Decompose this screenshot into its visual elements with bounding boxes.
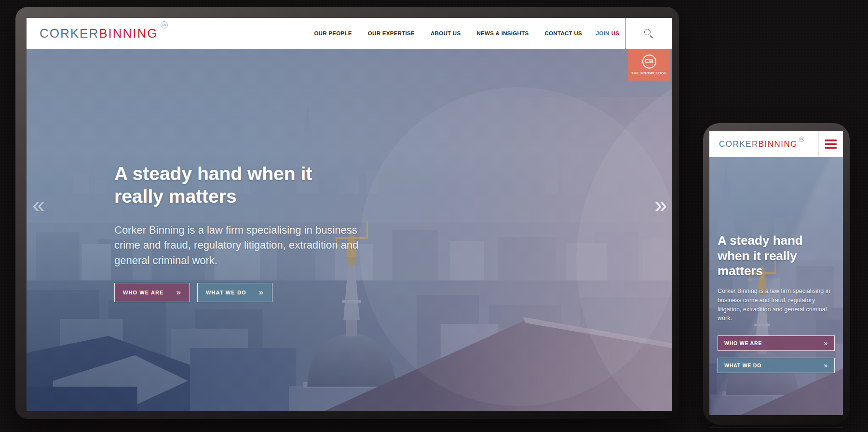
knowledge-badge-label: THE KNOWLEDGE xyxy=(631,71,667,75)
brand-name-secondary: BINNING xyxy=(759,139,798,149)
what-we-do-button[interactable]: WHAT WE DO » xyxy=(197,283,272,302)
brand-logo[interactable]: CORKERBINNING CB xyxy=(27,18,158,49)
desktop-device-frame: CORKERBINNING CB OUR PEOPLE OUR EXPERTIS… xyxy=(15,7,679,419)
mobile-screen: CORKERBINNING CB A steady hand when it r… xyxy=(709,131,843,415)
desktop-navbar: CORKERBINNING CB OUR PEOPLE OUR EXPERTIS… xyxy=(27,18,672,49)
hero-carousel: « » A steady hand when it really matters… xyxy=(27,49,672,411)
hero-paragraph: Corker Binning is a law firm specialisin… xyxy=(114,223,379,269)
hero-heading: A steady hand when it really matters xyxy=(114,163,355,208)
mobile-brand-wordmark: CORKERBINNING CB xyxy=(719,139,798,149)
what-we-do-button[interactable]: WHAT WE DO » xyxy=(718,358,835,373)
desktop-screen: CORKERBINNING CB OUR PEOPLE OUR EXPERTIS… xyxy=(27,18,672,411)
mobile-device-reflection xyxy=(710,427,843,428)
nav-item-about-us[interactable]: ABOUT US xyxy=(431,30,461,36)
double-chevron-icon: » xyxy=(259,288,264,297)
what-we-do-label: WHAT WE DO xyxy=(206,290,246,295)
join-label-part2: US xyxy=(611,30,620,36)
mobile-hero-content: A steady hand when it really matters Cor… xyxy=(718,233,835,373)
hero-heading: A steady hand when it really matters xyxy=(718,233,835,279)
mobile-hero: A steady hand when it really matters Cor… xyxy=(709,157,843,415)
search-icon xyxy=(644,29,653,38)
nav-item-join-us[interactable]: JOIN US xyxy=(590,18,625,49)
nav-item-our-people[interactable]: OUR PEOPLE xyxy=(314,30,352,36)
mobile-header: CORKERBINNING CB xyxy=(709,131,843,157)
double-chevron-icon: » xyxy=(824,362,828,369)
double-chevron-icon: » xyxy=(824,339,828,347)
who-we-are-button[interactable]: WHO WE ARE » xyxy=(718,335,835,351)
cb-roundel-mark-icon: CB xyxy=(799,137,804,142)
nav-links: OUR PEOPLE OUR EXPERTISE ABOUT US NEWS &… xyxy=(314,18,582,49)
brand-wordmark: CORKERBINNING CB xyxy=(40,26,158,41)
cb-roundel-mark-icon: CB xyxy=(161,21,168,28)
who-we-are-button[interactable]: WHO WE ARE » xyxy=(114,283,190,302)
nav-item-news-insights[interactable]: NEWS & INSIGHTS xyxy=(476,30,529,36)
brand-name-secondary: BINNING xyxy=(99,26,158,41)
join-label-part1: JOIN xyxy=(596,30,610,36)
search-button[interactable] xyxy=(625,18,672,49)
cb-roundel-icon: CB xyxy=(642,55,656,69)
mobile-hero-cta-column: WHO WE ARE » WHAT WE DO » xyxy=(718,335,835,373)
double-chevron-icon: » xyxy=(176,288,182,297)
who-we-are-label: WHO WE ARE xyxy=(724,340,762,346)
brand-name-primary: CORKER xyxy=(719,139,759,149)
mobile-brand-logo[interactable]: CORKERBINNING CB xyxy=(709,131,818,157)
carousel-next-button[interactable]: » xyxy=(654,194,667,216)
nav-item-contact-us[interactable]: CONTACT US xyxy=(544,30,582,36)
hero-paragraph: Corker Binning is a law firm specialisin… xyxy=(718,287,835,323)
hamburger-icon xyxy=(825,139,837,149)
what-we-do-label: WHAT WE DO xyxy=(724,362,761,368)
nav-item-our-expertise[interactable]: OUR EXPERTISE xyxy=(368,30,415,36)
hero-content: A steady hand when it really matters Cor… xyxy=(114,163,384,302)
hero-cta-row: WHO WE ARE » WHAT WE DO » xyxy=(114,283,384,302)
mobile-device-frame: CORKERBINNING CB A steady hand when it r… xyxy=(703,123,850,425)
brand-name-primary: CORKER xyxy=(40,26,99,41)
mobile-menu-button[interactable] xyxy=(818,131,843,157)
who-we-are-label: WHO WE ARE xyxy=(123,290,164,295)
carousel-prev-button[interactable]: « xyxy=(32,194,45,216)
the-knowledge-badge[interactable]: CB THE KNOWLEDGE xyxy=(628,49,670,81)
